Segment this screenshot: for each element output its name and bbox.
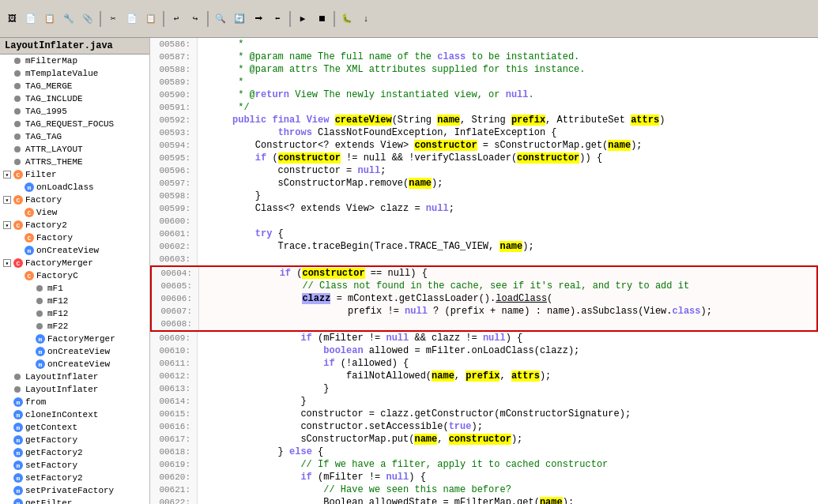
toolbar-nav[interactable]: ⮕	[250, 10, 267, 28]
expand-icon-13[interactable]: ▾	[3, 221, 11, 229]
code-row-20: 00606: clazz = mContext.getClassLoader()…	[150, 292, 818, 305]
code-row-23: 00609: if (mFilter != null && clazz != n…	[150, 332, 818, 344]
sidebar-label-20: mF12	[47, 309, 68, 318]
code-row-8: 00594: Constructor<? extends View> const…	[150, 139, 818, 152]
sidebar-item-20[interactable]: mF12	[0, 307, 149, 320]
toolbar-icon-3[interactable]: 📋	[41, 10, 58, 28]
sidebar-item-21[interactable]: mF22	[0, 320, 149, 333]
line-number-9: 00595:	[150, 152, 198, 164]
method-icon-34: m	[13, 485, 24, 496]
line-number-8: 00594:	[150, 139, 198, 152]
line-number-28: 00614:	[150, 395, 198, 408]
line-content-23: if (mFilter != null && clazz != null) {	[198, 332, 818, 344]
field-icon-19	[35, 295, 46, 307]
toolbar-search[interactable]: 🔍	[212, 10, 229, 28]
toolbar-paste[interactable]: 📋	[142, 10, 160, 28]
sidebar-item-7[interactable]: ATTR_LAYOUT	[0, 143, 149, 156]
code-area[interactable]: 00586: *00587: * @param name The full na…	[150, 38, 818, 504]
sidebar-label-28: cloneInContext	[25, 410, 98, 419]
sidebar-item-5[interactable]: TAG_REQUEST_FOCUS	[0, 118, 149, 130]
sidebar-item-24[interactable]: monCreateView	[0, 358, 149, 370]
toolbar-redo[interactable]: ↪	[187, 10, 204, 28]
line-content-5: */	[198, 101, 818, 114]
toolbar-replace[interactable]: 🔄	[231, 10, 248, 28]
sidebar-item-31[interactable]: mgetFactory2	[0, 446, 149, 459]
method-icon-29: m	[13, 422, 24, 433]
sidebar-label-10: onLoadClass	[36, 182, 94, 192]
sidebar-item-23[interactable]: monCreateView	[0, 345, 149, 358]
toolbar-icon-4[interactable]: 🔧	[60, 10, 77, 28]
line-content-1: * @param name The full name of the class…	[198, 51, 818, 63]
sep-1	[100, 11, 101, 27]
sidebar-item-0[interactable]: mFilterMap	[0, 55, 149, 67]
sidebar-item-16[interactable]: ▾CFactoryMerger	[0, 257, 149, 269]
toolbar-icon-2[interactable]: 📄	[22, 10, 40, 28]
line-content-33: // If we have a filter, apply it to cach…	[198, 458, 818, 471]
sidebar-item-13[interactable]: ▾CFactory2	[0, 219, 149, 231]
sidebar-item-12[interactable]: CView	[0, 206, 149, 219]
sidebar-item-26[interactable]: LayoutInflater	[0, 383, 149, 396]
sidebar-label-7: ATTR_LAYOUT	[25, 145, 83, 154]
sidebar-item-34[interactable]: msetPrivateFactory	[0, 484, 149, 497]
code-row-27: 00613: }	[150, 382, 818, 395]
sidebar-item-4[interactable]: TAG_1995	[0, 105, 149, 118]
sidebar-item-17[interactable]: CFactoryC	[0, 269, 149, 282]
code-row-1: 00587: * @param name The full name of th…	[150, 51, 818, 63]
sidebar-item-30[interactable]: mgetFactory	[0, 434, 149, 446]
sidebar-item-9[interactable]: ▾CFilter	[0, 168, 149, 181]
sidebar-item-32[interactable]: msetFactory	[0, 459, 149, 472]
expand-icon-11[interactable]: ▾	[3, 196, 11, 204]
sidebar-item-2[interactable]: TAG_MERGE	[0, 80, 149, 92]
line-content-34: if (mFilter != null) {	[198, 471, 818, 483]
line-number-5: 00591:	[150, 101, 198, 114]
sidebar-item-28[interactable]: mcloneInContext	[0, 408, 149, 421]
sidebar-label-30: getFactory	[25, 435, 77, 445]
sidebar-item-19[interactable]: mF12	[0, 295, 149, 307]
sidebar-item-35[interactable]: mgetFilter	[0, 497, 149, 504]
sidebar-item-11[interactable]: ▾CFactory	[0, 194, 149, 206]
line-number-22: 00608:	[152, 318, 199, 330]
toolbar-copy[interactable]: 📄	[123, 10, 141, 28]
sidebar-item-29[interactable]: mgetContext	[0, 421, 149, 434]
sidebar-item-8[interactable]: ATTRS_THEME	[0, 156, 149, 168]
toolbar-debug[interactable]: 🐛	[338, 10, 356, 28]
sidebar-label-25: LayoutInflater	[25, 372, 98, 382]
line-content-3: *	[198, 76, 818, 88]
sep-3	[207, 11, 209, 27]
field-icon-0	[13, 55, 24, 66]
sidebar-item-6[interactable]: TAG_TAG	[0, 130, 149, 143]
field-icon-26	[13, 384, 24, 395]
sep-4	[289, 11, 291, 27]
code-row-32: 00618: } else {	[150, 446, 818, 458]
sidebar-item-3[interactable]: TAG_INCLUDE	[0, 92, 149, 105]
sidebar-label-18: mF1	[47, 284, 63, 293]
sidebar-label-3: TAG_INCLUDE	[25, 94, 83, 103]
toolbar-nav2[interactable]: ⬅	[269, 10, 286, 28]
toolbar-step[interactable]: ↓	[357, 10, 375, 28]
line-content-29: constructor = clazz.getConstructor(mCons…	[198, 408, 818, 420]
field-icon-2	[13, 81, 24, 92]
sidebar-item-22[interactable]: mFactoryMerger	[0, 333, 149, 345]
toolbar-icon-5[interactable]: 📎	[79, 10, 96, 28]
sidebar-item-14[interactable]: CFactory	[0, 231, 149, 244]
toolbar-icon-1[interactable]: 🖼	[3, 10, 21, 28]
toolbar-stop[interactable]: ⏹	[313, 10, 330, 28]
method-icon-10: m	[24, 182, 35, 193]
sidebar-item-25[interactable]: LayoutInflater	[0, 370, 149, 383]
expand-icon-16[interactable]: ▾	[3, 259, 11, 267]
sidebar-item-18[interactable]: mF1	[0, 282, 149, 295]
sidebar-item-15[interactable]: monCreateView	[0, 244, 149, 257]
toolbar-undo[interactable]: ↩	[168, 10, 185, 28]
class-red-icon-16: C	[13, 258, 24, 269]
sidebar-item-33[interactable]: msetFactory2	[0, 472, 149, 484]
expand-icon-9[interactable]: ▾	[3, 171, 11, 179]
toolbar-run[interactable]: ▶	[294, 10, 311, 28]
sidebar-item-10[interactable]: monLoadClass	[0, 181, 149, 194]
line-number-1: 00587:	[150, 51, 198, 63]
sidebar-item-1[interactable]: mTemplateValue	[0, 67, 149, 80]
class-icon-11: C	[13, 194, 24, 205]
code-row-0: 00586: *	[150, 38, 818, 51]
code-row-26: 00612: failNotAllowed(name, prefix, attr…	[150, 370, 818, 382]
toolbar-cut[interactable]: ✂	[104, 10, 122, 28]
sidebar-item-27[interactable]: mfrom	[0, 396, 149, 408]
